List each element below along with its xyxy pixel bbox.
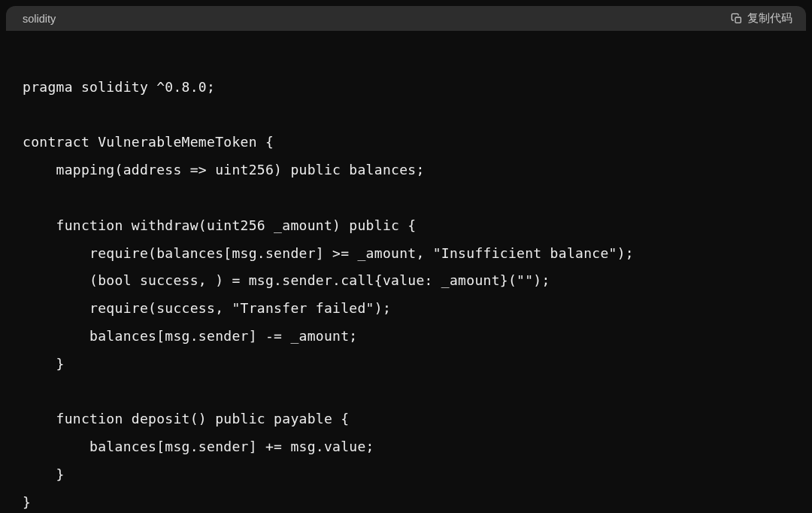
code-text: pragma solidity ^0.8.0; contract Vulnera… [23, 79, 634, 510]
code-header: solidity 复制代码 [6, 6, 806, 31]
code-block-container: solidity 复制代码 pragma solidity ^0.8.0; co… [6, 6, 806, 513]
svg-rect-0 [735, 17, 741, 23]
copy-button-label: 复制代码 [747, 11, 792, 26]
copy-icon [731, 13, 743, 25]
code-content: pragma solidity ^0.8.0; contract Vulnera… [6, 31, 806, 513]
language-label: solidity [23, 13, 56, 25]
copy-button[interactable]: 复制代码 [731, 11, 792, 26]
